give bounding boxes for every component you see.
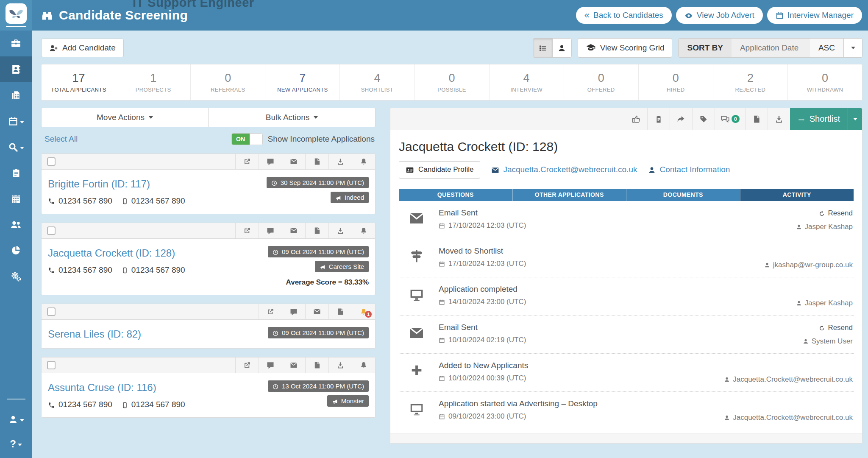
notifications-button[interactable] [352, 357, 375, 373]
sidebar-item-user-menu[interactable] [0, 407, 32, 432]
candidate-name-link[interactable]: Jacquetta Crockett (ID: 128) [48, 247, 175, 259]
download-button[interactable] [328, 357, 352, 373]
sidebar-item-contacts[interactable] [0, 212, 32, 237]
download-button[interactable] [328, 154, 352, 169]
eye-icon [684, 11, 693, 20]
candidate-checkbox[interactable] [47, 361, 56, 369]
stat-shortlist[interactable]: 4SHORTLIST [340, 64, 415, 100]
tab-documents[interactable]: DOCUMENTS [626, 189, 740, 201]
email-button[interactable] [305, 304, 328, 319]
clock-icon [273, 248, 278, 255]
stat-withdrawn[interactable]: 0WITHDRAWN [788, 64, 862, 100]
tab-other-applications[interactable]: OTHER APPLICATIONS [512, 189, 626, 201]
download-button[interactable] [768, 108, 790, 130]
shortlist-options-caret[interactable] [848, 108, 862, 130]
notifications-button[interactable]: 1 [352, 304, 375, 319]
open-external-button[interactable] [235, 223, 259, 238]
stat-new-applicants[interactable]: 7NEW APPLICANTS [265, 64, 340, 100]
sidebar-item-candidates[interactable] [0, 56, 32, 82]
add-candidate-button[interactable]: Add Candidate [41, 39, 124, 57]
tab-activity[interactable]: ACTIVITY [740, 189, 854, 201]
candidate-email-link[interactable]: Jacquetta.Crockett@webrecruit.co.uk [491, 165, 637, 174]
fax-icon [11, 90, 21, 101]
stat-hired[interactable]: 0HIRED [639, 64, 713, 100]
sidebar-item-jobs[interactable] [0, 31, 32, 56]
tab-questions[interactable]: QUESTIONS [399, 189, 512, 201]
shortlist-split-button[interactable]: Shortlist [790, 108, 862, 130]
sidebar-item-tasks[interactable] [0, 160, 32, 186]
candidate-name-link[interactable]: Assunta Cruse (ID: 116) [48, 382, 156, 394]
sort-field-select[interactable]: Application Date [732, 39, 810, 57]
view-scoring-grid-button[interactable]: View Scoring Grid [578, 38, 673, 58]
interview-manager-button[interactable]: Interview Manager [767, 7, 862, 24]
sidebar-item-calendar-menu[interactable] [0, 108, 32, 134]
candidate-checkbox[interactable] [47, 157, 56, 166]
candidate-name-link[interactable]: Serena Liles (ID: 82) [48, 328, 141, 340]
tag-button[interactable] [692, 108, 715, 130]
external-link-icon [243, 158, 251, 166]
sidebar-item-settings[interactable] [0, 263, 32, 289]
documents-button[interactable] [305, 223, 328, 238]
select-all-link[interactable]: Select All [45, 134, 78, 144]
sidebar-item-help-menu[interactable]: ? [0, 432, 32, 456]
binoculars-icon [41, 9, 53, 21]
sort-options-button[interactable] [843, 39, 862, 57]
stat-prospects[interactable]: 1PROSPECTS [116, 64, 191, 100]
stat-interview[interactable]: 4INTERVIEW [490, 64, 564, 100]
documents-button[interactable] [745, 108, 768, 130]
open-external-button[interactable] [235, 357, 259, 373]
scorecard-button[interactable] [647, 108, 670, 130]
resend-link[interactable]: Resend [818, 209, 853, 218]
documents-button[interactable] [305, 357, 328, 373]
sidebar-item-fax[interactable] [0, 82, 32, 108]
open-external-button[interactable] [259, 304, 282, 319]
stat-rejected[interactable]: 2REJECTED [713, 64, 788, 100]
candidate-card: 1 Serena Liles (ID: 82) 09 Oct 2024 11:0… [41, 304, 376, 349]
envelope-icon [404, 211, 429, 226]
stat-offered[interactable]: 0OFFERED [564, 64, 639, 100]
view-job-advert-button[interactable]: View Job Advert [676, 7, 763, 24]
stat-total-applicants[interactable]: 17TOTAL APPLICANTS [42, 64, 116, 100]
bulk-actions-button[interactable]: Bulk Actions [208, 108, 375, 127]
stat-referrals[interactable]: 0REFERRALS [191, 64, 265, 100]
envelope-icon [290, 158, 298, 166]
contact-information-link[interactable]: Contact Information [648, 165, 730, 174]
notifications-button[interactable] [352, 223, 375, 238]
activity-date: 10/10/2024 02:19 (UTC) [439, 336, 803, 344]
back-to-candidates-button[interactable]: «Back to Candidates [576, 7, 672, 24]
app-logo[interactable] [0, 0, 32, 31]
card-action-strip: 1 [42, 304, 375, 320]
comments-button[interactable]: 0 [715, 108, 745, 130]
email-button[interactable] [282, 223, 305, 238]
comment-button[interactable] [259, 223, 282, 238]
sidebar-item-search-menu[interactable] [0, 134, 32, 160]
rate-button[interactable] [625, 108, 647, 130]
comment-button[interactable] [259, 154, 282, 169]
documents-button[interactable] [305, 154, 328, 169]
profile-view-button[interactable] [552, 39, 571, 57]
forward-button[interactable] [670, 108, 692, 130]
show-incomplete-toggle[interactable]: ON [231, 133, 263, 145]
documents-button[interactable] [328, 304, 352, 319]
sidebar-item-schedule[interactable] [0, 186, 32, 212]
move-actions-button[interactable]: Move Actions [42, 108, 208, 127]
sort-direction-button[interactable]: ASC [810, 39, 843, 57]
comment-button[interactable] [259, 357, 282, 373]
candidate-checkbox[interactable] [47, 226, 56, 235]
candidate-profile-button[interactable]: Candidate Profile [399, 161, 480, 179]
calendar-grid-icon [11, 193, 21, 204]
caret-down-icon [18, 440, 22, 448]
sidebar-item-reports[interactable] [0, 237, 32, 263]
list-view-button[interactable] [533, 39, 552, 57]
stat-possible[interactable]: 0POSSIBLE [415, 64, 489, 100]
candidate-name-link[interactable]: Brigitte Fortin (ID: 117) [48, 178, 150, 190]
notifications-button[interactable] [352, 154, 375, 169]
email-button[interactable] [282, 154, 305, 169]
download-button[interactable] [328, 223, 352, 238]
comment-button[interactable] [282, 304, 305, 319]
arrow-right-icon [798, 114, 805, 124]
open-external-button[interactable] [235, 154, 259, 169]
resend-link[interactable]: Resend [818, 323, 853, 332]
candidate-checkbox[interactable] [47, 307, 56, 316]
email-button[interactable] [282, 357, 305, 373]
